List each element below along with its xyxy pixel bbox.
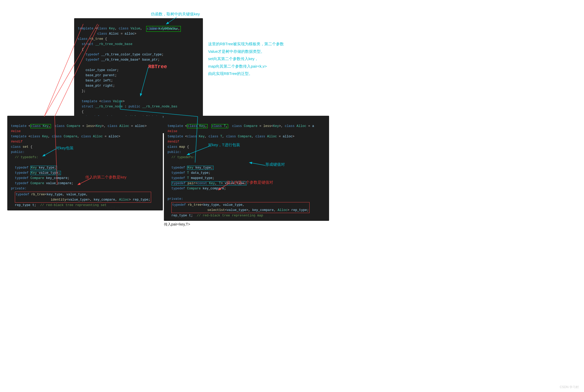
set-param-annotation: 传入的第二个参数是key — [85, 175, 126, 180]
map-key-annotation: 对key，T进行包装 — [208, 143, 240, 147]
set-bottom-desc: 向set中传入key，在set中对key进行包装，传入RBTree的k，v都是K… — [7, 205, 120, 210]
set-key-annotation: 对key包装 — [56, 146, 74, 151]
map-bottom-desc: 向map中传入key，T，进行包装；第一个参数传入key，第二个参数 传入pai… — [164, 215, 272, 228]
map-form-annotation: 形成键值对 — [265, 162, 285, 167]
rbtree-desc: 这里的RBTree被实现为模板类，第二个参数 Value才是树中存储的数据类型。… — [208, 40, 284, 78]
map-code-block: template <class Key, class T, class Comp… — [164, 116, 329, 221]
top-annotation: 仿函数，取树中的关键值key — [151, 12, 200, 17]
map-param-annotation: 传入的第二个参数是键值对 — [226, 180, 273, 185]
watermark: CSDN 学习村 — [560, 385, 579, 389]
rbtree-label: RBTree — [148, 64, 167, 70]
set-code-block: template <class Key, class Compare = les… — [7, 116, 163, 210]
